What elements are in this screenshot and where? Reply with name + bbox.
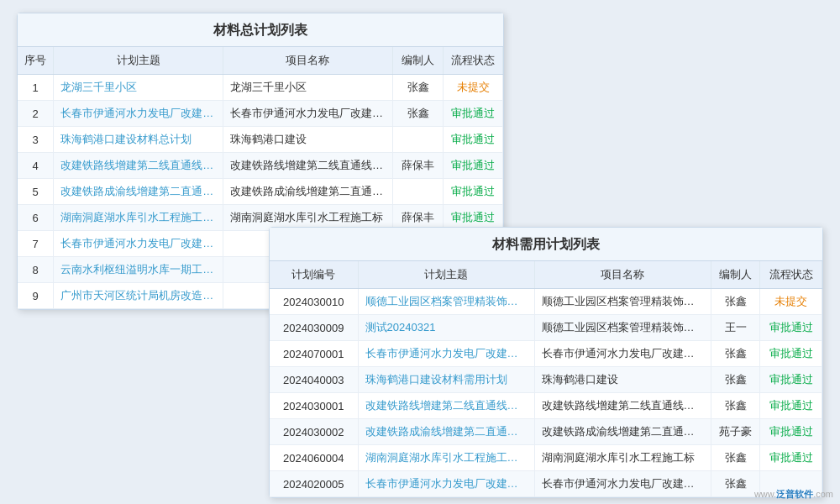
cell-seq: 8: [18, 257, 54, 283]
cell-status: 审批通过: [444, 101, 503, 127]
cell-theme[interactable]: 珠海鹤港口建设材料总计划: [54, 127, 223, 153]
cell-project: 改建铁路线增建第二线直通线（成都...: [534, 393, 711, 419]
cell-project: 改建铁路线增建第二线直通线（...: [223, 153, 393, 179]
cell-theme[interactable]: 长春市伊通河水力发电厂改建工程材...: [358, 471, 534, 497]
cell-theme[interactable]: 云南水利枢纽溢明水库一期工程施工标材料...: [54, 257, 223, 283]
panel1-header-row: 序号 计划主题 项目名称 编制人 流程状态: [18, 47, 503, 75]
cell-seq: 9: [18, 283, 54, 309]
cell-status: 审批通过: [760, 367, 822, 393]
col-code: 计划编号: [270, 261, 358, 289]
cell-seq: 4: [18, 153, 54, 179]
cell-status: 审批通过: [760, 315, 822, 341]
cell-project: 湖南洞庭湖水库引水工程施工标: [534, 445, 711, 471]
panel2-body: 2024030010顺德工业园区档案管理精装饰工程（...顺德工业园区档案管理精…: [270, 289, 822, 497]
cell-status: 未提交: [444, 75, 503, 101]
cell-theme[interactable]: 改建铁路成渝线增建第二直通线（成...: [358, 419, 534, 445]
cell-seq: 1: [18, 75, 54, 101]
cell-project: 长春市伊通河水力发电厂改建工程: [534, 341, 711, 367]
watermark-prefix: www.: [754, 489, 776, 499]
cell-editor: 张鑫: [711, 341, 760, 367]
cell-project: 龙湖三千里小区: [223, 75, 393, 101]
table-row[interactable]: 2024030002改建铁路成渝线增建第二直通线（成...改建铁路成渝线增建第二…: [270, 419, 822, 445]
cell-code: 2024030001: [270, 393, 358, 419]
cell-code: 2024040003: [270, 367, 358, 393]
cell-seq: 5: [18, 179, 54, 205]
cell-status: 审批通过: [760, 341, 822, 367]
col-theme: 计划主题: [358, 261, 534, 289]
cell-theme[interactable]: 珠海鹤港口建设材料需用计划: [358, 367, 534, 393]
cell-project: 顺德工业园区档案管理精装饰工程（...: [534, 315, 711, 341]
cell-editor: 薛保丰: [392, 153, 444, 179]
cell-status: 审批通过: [444, 153, 503, 179]
table-row[interactable]: 4改建铁路线增建第二线直通线（成都-西安）...改建铁路线增建第二线直通线（..…: [18, 153, 503, 179]
watermark: www.泛普软件.com: [754, 488, 833, 501]
panel2-title: 材料需用计划列表: [270, 228, 822, 261]
table-row[interactable]: 2024070001长春市伊通河水力发电厂改建工程合...长春市伊通河水力发电厂…: [270, 341, 822, 367]
panel1-title: 材料总计划列表: [18, 13, 503, 47]
cell-theme[interactable]: 改建铁路线增建第二线直通线（成都-西安）...: [54, 153, 223, 179]
cell-editor: 王一: [711, 315, 760, 341]
cell-editor: 张鑫: [711, 471, 760, 497]
col-seq: 序号: [18, 47, 54, 75]
cell-seq: 2: [18, 101, 54, 127]
cell-status: 审批通过: [760, 393, 822, 419]
table-row[interactable]: 2长春市伊通河水力发电厂改建工程合同材料...长春市伊通河水力发电厂改建工程张鑫…: [18, 101, 503, 127]
cell-project: 改建铁路成渝线增建第二直通线（成...: [534, 419, 711, 445]
table-row[interactable]: 2024040003珠海鹤港口建设材料需用计划珠海鹤港口建设张鑫审批通过: [270, 367, 822, 393]
cell-seq: 7: [18, 231, 54, 257]
col-project: 项目名称: [534, 261, 711, 289]
col-editor: 编制人: [711, 261, 760, 289]
table-row[interactable]: 1龙湖三千里小区龙湖三千里小区张鑫未提交: [18, 75, 503, 101]
cell-project: 长春市伊通河水力发电厂改建工程: [534, 471, 711, 497]
col-status: 流程状态: [760, 261, 822, 289]
col-theme: 计划主题: [54, 47, 223, 75]
cell-seq: 6: [18, 205, 54, 231]
cell-status: 未提交: [760, 289, 822, 315]
cell-theme[interactable]: 湖南洞庭湖水库引水工程施工标材料总计划: [54, 205, 223, 231]
cell-code: 2024030002: [270, 419, 358, 445]
cell-project: 珠海鹤港口建设: [534, 367, 711, 393]
table-row[interactable]: 2024020005长春市伊通河水力发电厂改建工程材...长春市伊通河水力发电厂…: [270, 471, 822, 497]
cell-project: 改建铁路成渝线增建第二直通线...: [223, 179, 393, 205]
cell-code: 2024060004: [270, 445, 358, 471]
cell-code: 2024020005: [270, 471, 358, 497]
cell-editor: 张鑫: [711, 289, 760, 315]
watermark-brand: 泛普软件: [776, 489, 813, 499]
cell-theme[interactable]: 广州市天河区统计局机房改造项目材料总计划: [54, 283, 223, 309]
cell-code: 2024030009: [270, 315, 358, 341]
cell-theme[interactable]: 长春市伊通河水力发电厂改建工程合同材料...: [54, 101, 223, 127]
cell-seq: 3: [18, 127, 54, 153]
cell-status: 审批通过: [444, 179, 503, 205]
cell-editor: [392, 127, 444, 153]
table-row[interactable]: 2024060004湖南洞庭湖水库引水工程施工标材...湖南洞庭湖水库引水工程施…: [270, 445, 822, 471]
cell-project: 珠海鹤港口建设: [223, 127, 393, 153]
table-row[interactable]: 2024030009测试20240321顺德工业园区档案管理精装饰工程（...王…: [270, 315, 822, 341]
cell-editor: 苑子豪: [711, 419, 760, 445]
table-row[interactable]: 2024030001改建铁路线增建第二线直通线（成都...改建铁路线增建第二线直…: [270, 393, 822, 419]
cell-editor: 张鑫: [711, 393, 760, 419]
cell-theme[interactable]: 龙湖三千里小区: [54, 75, 223, 101]
cell-theme[interactable]: 测试20240321: [358, 315, 534, 341]
table-row[interactable]: 2024030010顺德工业园区档案管理精装饰工程（...顺德工业园区档案管理精…: [270, 289, 822, 315]
cell-status: 审批通过: [760, 419, 822, 445]
cell-editor: 张鑫: [392, 101, 444, 127]
watermark-suffix: .com: [813, 489, 833, 499]
table-row[interactable]: 3珠海鹤港口建设材料总计划珠海鹤港口建设审批通过: [18, 127, 503, 153]
col-project: 项目名称: [223, 47, 393, 75]
col-status: 流程状态: [444, 47, 503, 75]
cell-theme[interactable]: 长春市伊通河水力发电厂改建工程材料总计划: [54, 231, 223, 257]
cell-theme[interactable]: 改建铁路成渝线增建第二直通线（成渝枢纽...: [54, 179, 223, 205]
cell-status: 审批通过: [760, 445, 822, 471]
cell-theme[interactable]: 湖南洞庭湖水库引水工程施工标材...: [358, 445, 534, 471]
cell-theme[interactable]: 长春市伊通河水力发电厂改建工程合...: [358, 341, 534, 367]
cell-editor: 张鑫: [392, 75, 444, 101]
cell-code: 2024070001: [270, 341, 358, 367]
panel2-header-row: 计划编号 计划主题 项目名称 编制人 流程状态: [270, 261, 822, 289]
panel-need-plan: 材料需用计划列表 计划编号 计划主题 项目名称 编制人 流程状态 2024030…: [269, 227, 823, 498]
cell-theme[interactable]: 顺德工业园区档案管理精装饰工程（...: [358, 289, 534, 315]
cell-code: 2024030010: [270, 289, 358, 315]
col-editor: 编制人: [392, 47, 444, 75]
table-row[interactable]: 5改建铁路成渝线增建第二直通线（成渝枢纽...改建铁路成渝线增建第二直通线...…: [18, 179, 503, 205]
cell-theme[interactable]: 改建铁路线增建第二线直通线（成都...: [358, 393, 534, 419]
cell-project: 顺德工业园区档案管理精装饰工程（...: [534, 289, 711, 315]
